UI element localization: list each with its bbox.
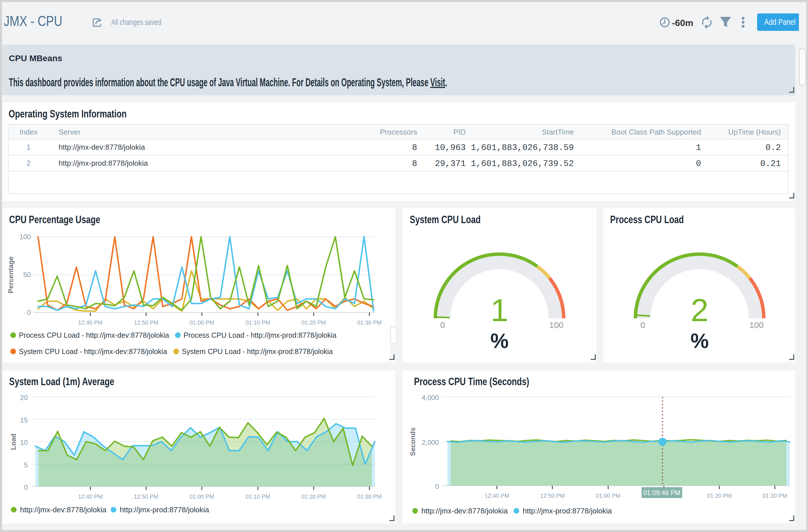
svg-text:http://jmx-prod:8778/jolokia: http://jmx-prod:8778/jolokia xyxy=(120,506,209,514)
svg-text:Seconds: Seconds xyxy=(409,428,417,456)
svg-text:%: % xyxy=(490,329,509,352)
svg-text:10: 10 xyxy=(20,439,28,446)
svg-text:Process CPU Load - http://jmx-: Process CPU Load - http://jmx-dev:8778/j… xyxy=(19,331,169,339)
svg-text:01:10 PM: 01:10 PM xyxy=(245,319,270,326)
svg-text:01:20 PM: 01:20 PM xyxy=(301,319,326,326)
svg-text:%: % xyxy=(691,329,709,352)
svg-text:http://jmx-dev:8778/jolokia: http://jmx-dev:8778/jolokia xyxy=(421,507,508,515)
svg-text:0: 0 xyxy=(640,320,645,330)
svg-text:System CPU Load - http://jmx-p: System CPU Load - http://jmx-prod:8778/j… xyxy=(182,347,333,356)
svg-text:12:40 PM: 12:40 PM xyxy=(78,493,103,500)
svg-text:100: 100 xyxy=(19,233,31,241)
svg-text:Load: Load xyxy=(10,433,17,450)
svg-text:01:00 PM: 01:00 PM xyxy=(189,493,214,500)
svg-text:01:20 PM: 01:20 PM xyxy=(707,493,732,499)
svg-text:0: 0 xyxy=(24,483,28,491)
svg-text:http://jmx-prod:8778/jolokia: http://jmx-prod:8778/jolokia xyxy=(523,507,612,515)
svg-text:12:40 PM: 12:40 PM xyxy=(78,319,103,326)
svg-text:01:00 PM: 01:00 PM xyxy=(189,319,214,326)
svg-text:0: 0 xyxy=(440,320,445,330)
svg-text:2: 2 xyxy=(691,292,709,328)
svg-text:0: 0 xyxy=(435,482,439,490)
svg-text:Process CPU Load - http://jmx-: Process CPU Load - http://jmx-prod:8778/… xyxy=(184,331,336,339)
svg-text:5: 5 xyxy=(24,461,28,469)
svg-text:0: 0 xyxy=(27,308,31,316)
svg-text:01:30 PM: 01:30 PM xyxy=(357,493,382,500)
svg-text:1: 1 xyxy=(491,292,508,328)
svg-text:System CPU Load - http://jmx-d: System CPU Load - http://jmx-dev:8778/jo… xyxy=(19,347,167,356)
svg-text:01:30 PM: 01:30 PM xyxy=(357,319,382,326)
svg-text:2,000: 2,000 xyxy=(422,439,439,446)
svg-text:http://jmx-dev:8778/jolokia: http://jmx-dev:8778/jolokia xyxy=(20,506,107,514)
svg-text:15: 15 xyxy=(20,416,28,424)
svg-text:01:00 PM: 01:00 PM xyxy=(596,493,621,499)
svg-text:01:20 PM: 01:20 PM xyxy=(301,493,326,500)
svg-text:20: 20 xyxy=(20,394,28,401)
svg-text:01:09:46 PM: 01:09:46 PM xyxy=(643,489,680,497)
svg-text:50: 50 xyxy=(23,271,31,279)
svg-text:01:10 PM: 01:10 PM xyxy=(245,493,270,500)
svg-text:12:50 PM: 12:50 PM xyxy=(540,493,565,499)
svg-text:Percentage: Percentage xyxy=(7,256,15,293)
svg-text:4,000: 4,000 xyxy=(422,394,439,401)
svg-text:12:40 PM: 12:40 PM xyxy=(484,493,509,499)
svg-text:100: 100 xyxy=(749,320,764,330)
svg-text:12:50 PM: 12:50 PM xyxy=(134,493,159,500)
svg-text:100: 100 xyxy=(549,320,564,330)
svg-text:01:30 PM: 01:30 PM xyxy=(763,493,787,499)
svg-text:12:50 PM: 12:50 PM xyxy=(134,319,159,326)
